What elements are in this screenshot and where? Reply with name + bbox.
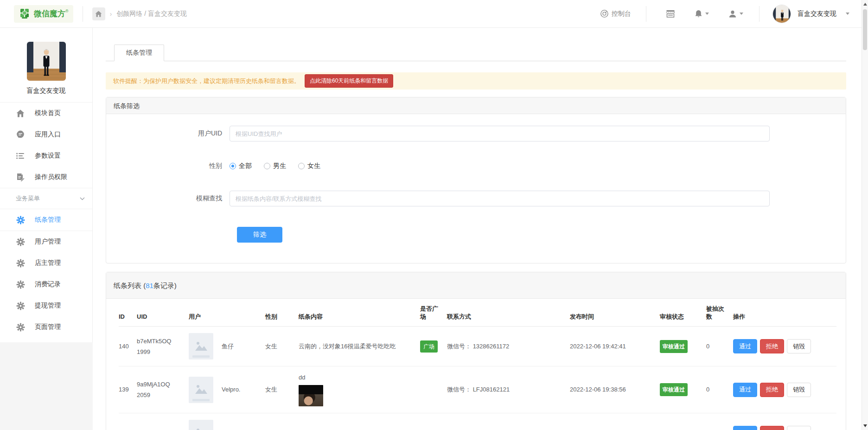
user-nickname: 鱼仔 — [222, 342, 234, 351]
column-header-2: 用户 — [189, 299, 265, 327]
sidebar-item-main-1[interactable]: 应用入口 — [0, 124, 92, 145]
gear-icon — [16, 301, 25, 310]
destroy-button[interactable]: 销毁 — [787, 426, 811, 430]
sidebar-item-main-2[interactable]: 参数设置 — [0, 145, 92, 167]
uid-filter-row: 用户UID — [106, 126, 846, 141]
gender-radio-1[interactable]: 男生 — [264, 162, 286, 170]
gear-icon — [16, 258, 25, 268]
fuzzy-search-input[interactable] — [230, 191, 770, 206]
sidebar-item-biz-3[interactable]: 消费记录 — [0, 274, 92, 295]
square-badge: 广场 — [420, 340, 438, 353]
cell-id — [119, 413, 137, 430]
radio-icon — [264, 163, 270, 169]
app-logo[interactable]: 微信魔方 ® — [14, 5, 73, 23]
tab-bar: 纸条管理 — [106, 45, 846, 61]
reject-button[interactable]: 拒绝 — [760, 339, 784, 353]
filter-submit-button[interactable]: 筛选 — [237, 227, 282, 243]
note-list-title: 纸条列表 (81条记录) — [106, 272, 846, 299]
sidebar-item-biz-1[interactable]: 用户管理 — [0, 231, 92, 252]
sidebar-item-biz-5[interactable]: 页面管理 — [0, 316, 92, 338]
account-switcher[interactable]: 盲盒交友变现 — [772, 5, 849, 23]
gear-icon — [16, 322, 25, 332]
uid-input[interactable] — [230, 126, 770, 141]
chevron-down-icon — [740, 13, 743, 15]
approve-button[interactable]: 通过 — [733, 339, 757, 353]
avatar-placeholder-image — [189, 420, 213, 430]
main-content: 纸条管理 软件提醒：为保护用户数据安全，建议定期清理历史纸条和留言数据。 点此清… — [93, 28, 862, 430]
gender-radio-2[interactable]: 女生 — [298, 162, 320, 170]
sidebar-app-name: 盲盒交友变现 — [0, 87, 92, 95]
scroll-up-arrow-icon[interactable] — [863, 3, 867, 6]
cell-uid: 9a9MjA1OQ 2059 — [137, 366, 189, 413]
store-button[interactable] — [666, 10, 675, 18]
cell-square — [420, 366, 447, 413]
note-photo-thumbnail[interactable] — [299, 385, 323, 406]
column-header-6: 联系方式 — [447, 299, 570, 327]
table-row: f2bMjA0Ng 06天翻来动暖带打游戏 — [119, 413, 836, 430]
cell-draw-count: 0 — [706, 366, 733, 413]
gender-radio-group: 全部男生女生 — [230, 162, 320, 170]
sidebar-section-label: 业务菜单 — [16, 194, 40, 203]
sidebar-item-biz-4[interactable]: 提现管理 — [0, 295, 92, 316]
logo-registered-mark: ® — [65, 9, 69, 13]
sidebar-item-label: 页面管理 — [35, 323, 61, 331]
notifications-button[interactable] — [695, 10, 709, 18]
cell-review-status — [660, 413, 706, 430]
breadcrumb-separator: › — [110, 10, 112, 18]
sidebar-item-label: 应用入口 — [35, 130, 61, 139]
home-icon — [95, 11, 102, 17]
reject-button[interactable]: 拒绝 — [760, 383, 784, 397]
gear-icon — [16, 280, 25, 289]
review-status-badge: 审核通过 — [660, 383, 688, 396]
user-menu-button[interactable] — [728, 10, 743, 18]
note-list-title-prefix: 纸条列表 ( — [114, 282, 146, 289]
approve-button[interactable]: 通过 — [733, 383, 757, 397]
cell-gender: 女生 — [265, 327, 299, 366]
cell-uid: f2bMjA0Ng — [137, 413, 189, 430]
cell-square — [420, 413, 447, 430]
reject-button[interactable]: 拒绝 — [760, 426, 784, 430]
cell-contact: 微信号： 13286261172 — [447, 327, 570, 366]
approve-button[interactable]: 通过 — [733, 426, 757, 430]
scroll-down-arrow-icon[interactable] — [863, 424, 867, 427]
top-bar: 微信魔方 ® › 创颜网络 / 盲盒交友变现 控制台 — [0, 0, 862, 28]
app-avatar — [27, 42, 66, 81]
sidebar-section-business-menu[interactable]: 业务菜单 — [0, 188, 92, 209]
sidebar-item-main-0[interactable]: 模块首页 — [0, 103, 92, 124]
gender-radio-0[interactable]: 全部 — [230, 162, 252, 170]
fuzzy-filter-row: 模糊查找 — [106, 191, 846, 206]
cell-user: 鱼仔 — [189, 327, 265, 366]
notes-table: IDUID用户性别纸条内容是否广场联系方式发布时间审核状态被抽次数操作 140 … — [119, 299, 836, 430]
cell-content: 06天翻来动暖带打游戏 — [299, 413, 420, 430]
column-header-9: 被抽次数 — [706, 299, 733, 327]
sidebar-item-main-3[interactable]: 操作员权限 — [0, 167, 92, 188]
cell-user — [189, 413, 265, 430]
cell-publish-time: 2022-12-06 19:42:41 — [570, 327, 660, 366]
scrollbar-thumb[interactable] — [863, 9, 867, 50]
vertical-scrollbar[interactable] — [862, 0, 868, 430]
destroy-button[interactable]: 销毁 — [787, 339, 811, 353]
gear-icon — [16, 215, 25, 225]
sliders-icon — [16, 151, 25, 160]
bell-icon — [695, 10, 702, 18]
breadcrumb-home-button[interactable] — [92, 7, 105, 20]
sidebar-item-biz-2[interactable]: 店主管理 — [0, 252, 92, 274]
column-header-1: UID — [137, 299, 189, 327]
logo-text: 微信魔方 — [34, 8, 65, 20]
sidebar-item-biz-0[interactable]: 纸条管理 — [0, 209, 92, 231]
cell-actions: 通过 拒绝 销毁 — [733, 327, 836, 366]
cell-publish-time — [570, 413, 660, 430]
destroy-button[interactable]: 销毁 — [787, 383, 811, 397]
uid-label: 用户UID — [106, 129, 230, 138]
chevron-down-icon — [80, 197, 85, 200]
column-header-7: 发布时间 — [570, 299, 660, 327]
tab-note-management[interactable]: 纸条管理 — [114, 45, 164, 61]
avatar-placeholder-image — [189, 377, 213, 403]
column-header-5: 是否广场 — [420, 299, 447, 327]
fuzzy-search-label: 模糊查找 — [106, 194, 230, 203]
radio-icon — [230, 163, 236, 169]
sidebar-item-label: 模块首页 — [35, 109, 61, 117]
clear-old-notes-button[interactable]: 点此清除60天前纸条和留言数据 — [305, 74, 393, 88]
console-button[interactable]: 控制台 — [600, 10, 631, 18]
warning-banner: 软件提醒：为保护用户数据安全，建议定期清理历史纸条和留言数据。 点此清除60天前… — [106, 72, 846, 90]
